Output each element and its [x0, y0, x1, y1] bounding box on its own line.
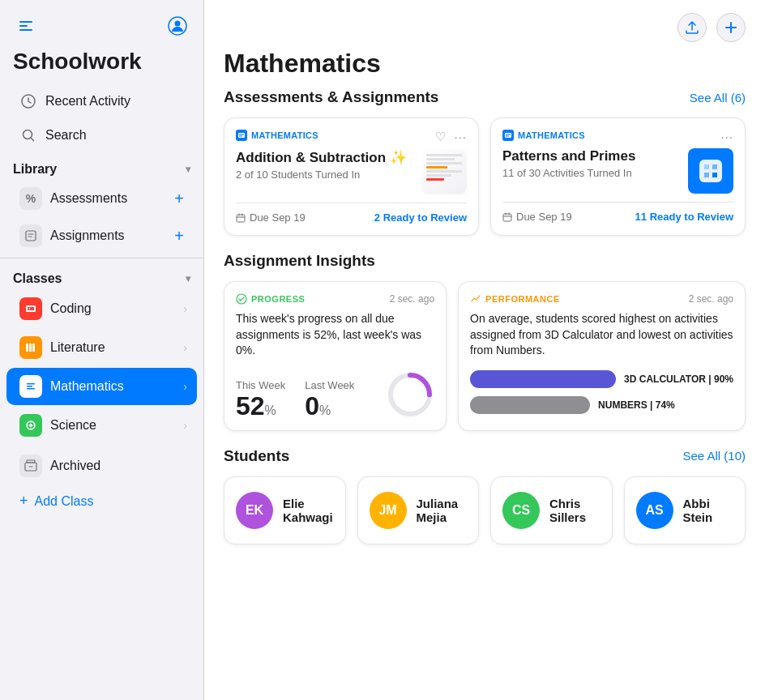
performance-insight-header: PERFORMANCE 2 sec. ago: [470, 293, 733, 305]
progress-stats: This Week 52% Last Week 0%: [236, 370, 434, 419]
more-icon[interactable]: ···: [454, 130, 467, 144]
assessments-section-title: Assessments & Assignments: [224, 88, 438, 106]
svg-rect-28: [699, 160, 722, 182]
classes-section-header: Classes ▾: [0, 262, 203, 289]
science-chevron-icon: ›: [183, 419, 187, 432]
student-card-as[interactable]: AS Abbi Stein: [624, 476, 746, 544]
assignment-card-addition[interactable]: MATHEMATICS ♡ ··· Addition & Subtraction…: [224, 117, 479, 236]
heart-icon[interactable]: ♡: [435, 130, 446, 144]
search-label: Search: [45, 128, 87, 143]
card2-footer: Due Sep 19 11 Ready to Review: [502, 202, 733, 223]
add-class-label: Add Class: [35, 494, 94, 509]
divider: [0, 258, 203, 258]
mathematics-class-icon: [19, 375, 42, 398]
card-badge: MATHEMATICS: [236, 130, 318, 141]
card2-actions: ···: [720, 130, 733, 143]
student-card-jm[interactable]: JM Juliana Mejia: [357, 476, 480, 544]
sidebar-top: [0, 0, 203, 45]
svg-rect-10: [26, 344, 28, 352]
add-class-button[interactable]: + Add Class: [6, 485, 197, 517]
sidebar-item-assignments[interactable]: Assignments +: [6, 218, 197, 254]
app-title: Schoolwork: [0, 45, 203, 84]
sidebar-item-science[interactable]: Science ›: [6, 407, 197, 444]
insights-row: PROGRESS 2 sec. ago This week's progress…: [224, 281, 746, 431]
student-card-cs[interactable]: CS Chris Sillers: [490, 476, 613, 544]
progress-badge: PROGRESS: [236, 293, 305, 305]
last-week-value: 0%: [305, 393, 354, 419]
svg-rect-12: [32, 344, 35, 352]
classes-chevron-icon[interactable]: ▾: [186, 273, 190, 284]
perf-bar-row-2: NUMBERS | 74%: [470, 396, 733, 414]
sidebar-item-assessments[interactable]: % Assessments +: [6, 181, 197, 216]
students-row: EK Elie Kahwagi JM Juliana Mejia CS Chri…: [224, 476, 746, 544]
card1-subtitle: 2 of 10 Students Turned In: [236, 169, 407, 181]
card1-due-text: Due Sep 19: [250, 211, 306, 224]
page-title: Mathematics: [204, 49, 765, 88]
student-name-jm: Juliana Mejia: [417, 497, 468, 524]
recent-activity-label: Recent Activity: [45, 94, 130, 109]
svg-rect-2: [19, 29, 32, 31]
card1-title: Addition & Subtraction ✨: [236, 149, 407, 166]
export-button[interactable]: [677, 13, 707, 42]
card2-title: Patterns and Primes: [502, 148, 635, 164]
assignments-icon: [19, 224, 42, 247]
students-see-all-link[interactable]: See All (10): [682, 449, 746, 463]
this-week-label: This Week: [236, 379, 285, 391]
mathematics-chevron-icon: ›: [183, 380, 187, 393]
svg-rect-0: [19, 21, 32, 23]
coding-label: Coding: [50, 301, 92, 316]
svg-rect-23: [239, 136, 242, 137]
svg-rect-16: [27, 388, 35, 390]
svg-rect-11: [29, 344, 32, 352]
classes-title: Classes: [13, 271, 62, 286]
progress-insight-card[interactable]: PROGRESS 2 sec. ago This week's progress…: [224, 281, 447, 431]
performance-insight-card[interactable]: PERFORMANCE 2 sec. ago On average, stude…: [458, 281, 746, 431]
sidebar-item-literature[interactable]: Literature ›: [6, 329, 197, 366]
assignments-label: Assignments: [50, 228, 125, 243]
card1-thumbnail: [421, 149, 467, 194]
assignment-card-patterns[interactable]: MATHEMATICS ··· Patterns and Primes 11 o…: [490, 117, 746, 236]
students-section-title: Students: [224, 447, 289, 465]
science-label: Science: [50, 418, 96, 433]
svg-point-18: [29, 424, 32, 427]
sidebar-item-mathematics[interactable]: Mathematics ›: [6, 368, 197, 405]
more-icon2[interactable]: ···: [720, 130, 733, 143]
card1-due: Due Sep 19: [236, 211, 306, 224]
profile-button[interactable]: [165, 13, 190, 39]
progress-insight-header: PROGRESS 2 sec. ago: [236, 293, 434, 305]
search-icon: [19, 126, 37, 144]
sidebar-item-search[interactable]: Search: [6, 119, 197, 152]
assessments-icon: %: [19, 187, 42, 210]
sidebar-item-coding[interactable]: Coding ›: [6, 290, 197, 327]
svg-point-6: [24, 130, 32, 139]
card-badge-icon: [236, 130, 247, 141]
progress-time: 2 sec. ago: [390, 293, 434, 305]
library-chevron-icon[interactable]: ▾: [186, 164, 190, 175]
card2-thumbnail: [688, 148, 733, 194]
this-week-value: 52%: [236, 393, 285, 419]
performance-text: On average, students scored highest on a…: [470, 311, 733, 359]
card2-subtitle: 11 of 30 Activities Turned In: [502, 167, 635, 179]
add-assessment-button[interactable]: +: [174, 190, 184, 208]
svg-rect-26: [506, 134, 511, 135]
card2-badge-text: MATHEMATICS: [518, 130, 585, 140]
svg-rect-14: [27, 383, 35, 385]
svg-point-30: [237, 294, 246, 304]
performance-badge-text: PERFORMANCE: [485, 294, 560, 304]
add-button[interactable]: [716, 13, 746, 42]
sidebar-toggle-button[interactable]: [13, 13, 39, 39]
student-card-ek[interactable]: EK Elie Kahwagi: [224, 476, 346, 544]
avatar-cs: CS: [502, 492, 540, 529]
sidebar-item-recent-activity[interactable]: Recent Activity: [6, 85, 197, 117]
add-assignment-button[interactable]: +: [174, 227, 184, 245]
literature-chevron-icon: ›: [183, 341, 187, 354]
assessments-section-header: Assessments & Assignments See All (6): [224, 88, 746, 106]
progress-badge-text: PROGRESS: [251, 294, 305, 304]
coding-chevron-icon: ›: [183, 302, 187, 315]
sidebar-item-archived[interactable]: Archived: [6, 448, 197, 484]
assessments-see-all-link[interactable]: See All (6): [690, 91, 746, 105]
library-title: Library: [13, 162, 57, 177]
main-content: Mathematics Assessments & Assignments Se…: [204, 0, 765, 700]
avatar-as: AS: [636, 492, 673, 529]
card2-badge: MATHEMATICS: [502, 130, 585, 141]
